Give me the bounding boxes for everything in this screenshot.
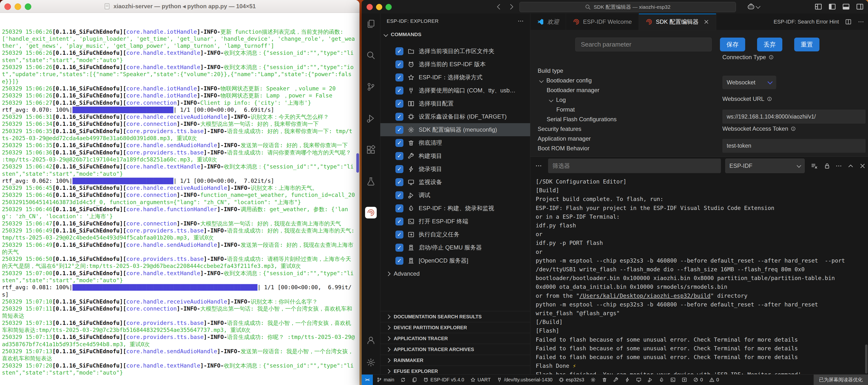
checkbox-checked-icon[interactable]: ✓ (395, 73, 403, 81)
more-actions-icon[interactable] (858, 19, 864, 25)
checkbox-checked-icon[interactable]: ✓ (395, 204, 403, 212)
checkbox-checked-icon[interactable]: ✓ (395, 178, 403, 186)
sdk-search-parameter-input[interactable]: Search parameter (575, 38, 712, 51)
connection-type-select[interactable]: Websocket (722, 76, 776, 89)
sidebar-section-documentation-search-results[interactable]: DOCUMENTATION SEARCH RESULTS (380, 311, 530, 322)
activity-bar-item-search[interactable] (362, 51, 380, 60)
status-item-plug-/dev/tty.usbserial-1430[interactable]: /dev/tty.usbserial-1430 (497, 377, 553, 383)
status-item-files[interactable] (412, 377, 417, 382)
status-item-run-task[interactable] (682, 377, 687, 382)
close-button[interactable] (4, 3, 11, 10)
sidebar-command-item[interactable]: ✓构建项目 (380, 149, 530, 163)
checkbox-checked-icon[interactable]: ✓ (395, 152, 403, 160)
reset-button[interactable]: 重置 (794, 38, 819, 51)
screen-reader-mode-badge[interactable]: 已为屏幕阅读器优化 (814, 375, 868, 385)
command-center-search[interactable]: SDK 配置编辑器 — xiaozhi-esp32 (520, 2, 736, 12)
terminal-scrollbar-thumb[interactable] (356, 153, 359, 173)
status-item-monitor[interactable] (636, 377, 641, 382)
checkbox-checked-icon[interactable]: ✓ (395, 257, 403, 265)
config-tree-item[interactable]: Bootloader config (530, 76, 715, 85)
sidebar-section-efuse-explorer[interactable]: EFUSE EXPLORER (380, 365, 530, 375)
sidebar-command-item[interactable]: ✓[OpenOCD 服务器] (380, 254, 530, 267)
sidebar-section-rainmaker[interactable]: RAINMAKER (380, 355, 530, 365)
more-actions-icon[interactable] (835, 163, 842, 169)
checkbox-checked-icon[interactable]: ✓ (395, 217, 403, 225)
status-item-zap[interactable] (625, 377, 630, 382)
commands-section-header[interactable]: COMMANDS (384, 32, 422, 37)
sidebar-command-item[interactable]: ✓选择要使用的端口 (COM、tty、usb… (380, 84, 530, 97)
close-button[interactable] (367, 4, 373, 10)
activity-bar-item-extensions[interactable] (362, 145, 380, 154)
clear-output-icon[interactable] (811, 163, 817, 169)
go-back-icon[interactable] (495, 3, 502, 10)
checkbox-checked-icon[interactable]: ✓ (395, 191, 403, 199)
status-item-chip-esp32s3[interactable]: esp32s3 (559, 377, 584, 383)
activity-bar-item-explorer[interactable] (362, 19, 380, 28)
sidebar-command-item[interactable]: ✓监视设备 (380, 176, 530, 188)
status-item-octocat-ESP-IDF v5.4.0[interactable]: ESP-IDF v5.4.0 (423, 377, 464, 383)
maximize-panel-icon[interactable] (847, 163, 854, 169)
checkbox-checked-icon[interactable]: ✓ (395, 139, 403, 147)
vscode-titlebar[interactable]: SDK 配置编辑器 — xiaozhi-esp32 (362, 0, 868, 14)
toggle-panel-icon[interactable] (842, 3, 850, 10)
lock-scroll-icon[interactable] (824, 163, 830, 169)
go-forward-icon[interactable] (508, 3, 515, 10)
discard-button[interactable]: 丢弃 (757, 38, 782, 51)
activity-bar-item-source-control[interactable] (362, 82, 380, 92)
config-tree-item[interactable]: Bootloader manager (530, 85, 715, 95)
split-editor-icon[interactable] (845, 19, 851, 25)
sidebar-section-application-tracer-archives[interactable]: APPLICATION TRACER ARCHIVES (380, 344, 530, 355)
status-item-wrench[interactable] (613, 377, 618, 382)
file-path-link[interactable]: /Users/kali/Desktop/xiaozhi-esp32/build (579, 293, 710, 299)
info-icon[interactable] (769, 55, 774, 60)
checkbox-checked-icon[interactable]: ✓ (395, 244, 403, 252)
info-icon[interactable] (767, 96, 772, 102)
tab-SDK 配置编辑器[interactable]: SDK 配置编辑器 (639, 13, 716, 30)
checkbox-checked-icon[interactable]: ✓ (395, 113, 403, 121)
checkbox-checked-icon[interactable]: ✓ (395, 165, 403, 173)
config-tree-item[interactable]: Log (530, 95, 715, 105)
status-item-trash[interactable] (602, 377, 607, 382)
activity-bar-item-manage[interactable] (362, 358, 380, 367)
config-tree-item[interactable]: Build type (530, 66, 715, 76)
status-item-gear[interactable] (591, 377, 596, 382)
sidebar-command-item[interactable]: ✓打开 ESP-IDF 终端 (380, 215, 530, 228)
checkbox-checked-icon[interactable]: ✓ (395, 231, 403, 239)
config-tree-item[interactable]: Serial Flash Configurations (530, 114, 715, 124)
config-tree-item[interactable]: Boot ROM Behavior (530, 143, 715, 153)
activity-bar-item-run-and-debug[interactable] (362, 114, 380, 123)
activity-bar-item-accounts[interactable] (362, 336, 380, 345)
sidebar-command-item[interactable]: ✓SDK 配置编辑器 (menuconfig) (380, 123, 530, 136)
activity-bar-item-testing[interactable] (362, 177, 380, 186)
toggle-primary-sidebar-icon[interactable] (829, 3, 836, 10)
status-item-error-0[interactable]: 0 (693, 377, 703, 383)
customize-layout-icon[interactable] (815, 3, 822, 10)
sidebar-section-application-tracer[interactable]: APPLICATION TRACER (380, 333, 530, 344)
checkbox-checked-icon[interactable]: ✓ (395, 60, 403, 68)
sidebar-command-item[interactable]: ✓选择当前项目的工作区文件夹 (380, 45, 530, 58)
config-tree-item[interactable]: Security features (530, 124, 715, 134)
status-item-git-branch-main[interactable]: main (377, 377, 394, 383)
terminal-output[interactable]: 250329 15:06:26[0.1.16_SiFuChEdnofu][cor… (2, 14, 355, 385)
output-channel-select[interactable]: ESP-IDF (725, 159, 805, 173)
close-tab-icon[interactable] (704, 19, 709, 25)
config-tree-item[interactable]: Application manager (530, 134, 715, 143)
minimize-button[interactable] (14, 3, 21, 10)
minimize-button[interactable] (376, 4, 382, 10)
info-icon[interactable] (790, 126, 796, 131)
close-panel-icon[interactable] (859, 163, 866, 169)
sidebar-command-item[interactable]: ✓设置乐鑫设备目标 (IDF_TARGET) (380, 110, 530, 123)
output-filter-input[interactable]: 筛选器 (548, 159, 721, 173)
config-tree-item[interactable]: Format (530, 105, 715, 114)
websocket-access-token-input[interactable]: test-token (722, 139, 866, 153)
status-item-flame[interactable] (659, 377, 664, 382)
more-actions-icon[interactable] (518, 18, 524, 24)
checkbox-checked-icon[interactable]: ✓ (395, 126, 403, 134)
tab-欢迎[interactable]: 欢迎 (530, 13, 566, 30)
tab-ESP-IDF Welcome[interactable]: ESP-IDF Welcome (566, 13, 639, 30)
status-item-star-UART[interactable]: UART (470, 377, 491, 383)
sidebar-command-item[interactable]: ✓调试 (380, 188, 530, 202)
toggle-secondary-sidebar-icon[interactable] (856, 3, 864, 10)
zoom-button[interactable] (385, 4, 392, 10)
sidebar-command-item[interactable]: ✓选择当前的 ESP-IDF 版本 (380, 58, 530, 71)
